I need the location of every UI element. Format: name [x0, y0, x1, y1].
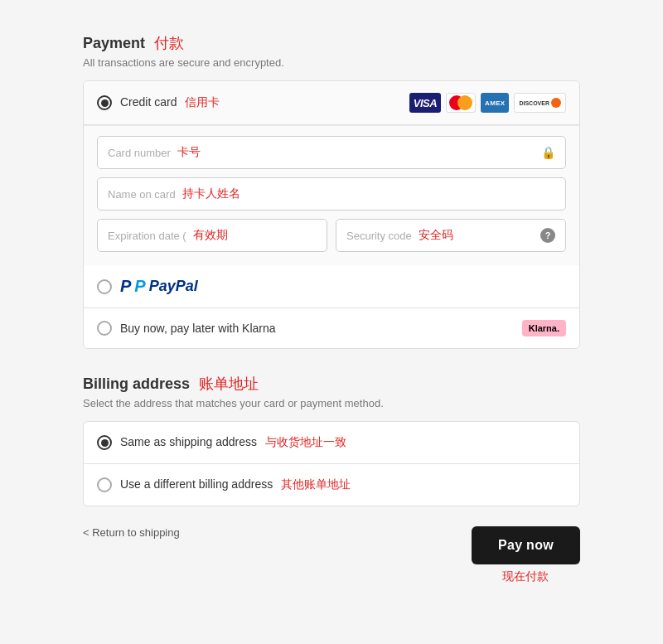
klarna-label: Buy now, pay later with Klarna [120, 322, 276, 335]
same-shipping-radio[interactable] [97, 435, 112, 450]
security-code-field[interactable]: Security code 安全码 ? [336, 219, 566, 252]
discover-logo: DISCOVER [514, 93, 566, 113]
name-chinese: 持卡人姓名 [182, 186, 240, 201]
amex-logo: AMEX [481, 93, 509, 113]
different-billing-radio[interactable] [97, 477, 112, 492]
payment-section: Payment 付款 All transactions are secure a… [83, 33, 580, 349]
return-to-shipping-link[interactable]: < Return to shipping [83, 526, 180, 539]
mastercard-logo [446, 93, 476, 113]
card-number-field[interactable]: Card number 卡号 🔒 [97, 136, 566, 169]
paypal-radio[interactable] [97, 279, 112, 294]
card-number-chinese: 卡号 [177, 145, 201, 160]
paypal-logo: PP PayPal [120, 277, 198, 296]
name-placeholder: Name on card [108, 188, 176, 201]
footer-row: < Return to shipping Pay now 现在付款 [83, 526, 580, 584]
billing-title-zh: 账单地址 [199, 375, 259, 392]
billing-title: Billing address 账单地址 [83, 374, 580, 394]
klarna-option[interactable]: Buy now, pay later with Klarna Klarna. [84, 308, 579, 348]
billing-title-en: Billing address [83, 375, 190, 392]
paypal-option[interactable]: PP PayPal [84, 265, 579, 308]
name-on-card-field[interactable]: Name on card 持卡人姓名 [97, 177, 566, 211]
klarna-radio[interactable] [97, 321, 112, 336]
billing-subtitle: Select the address that matches your car… [83, 397, 580, 409]
security-chinese: 安全码 [419, 228, 453, 243]
same-shipping-label: Same as shipping address 与收货地址一致 [120, 435, 346, 450]
security-help-icon[interactable]: ? [540, 228, 555, 243]
different-billing-label: Use a different billing address 其他账单地址 [120, 477, 351, 492]
payment-box: Credit card 信用卡 VISA AMEX DISCOVER [83, 80, 580, 349]
lock-icon: 🔒 [541, 146, 555, 159]
payment-title-zh: 付款 [154, 35, 184, 51]
different-billing-option[interactable]: Use a different billing address 其他账单地址 [84, 464, 579, 506]
pay-now-button[interactable]: Pay now [472, 526, 580, 564]
card-number-placeholder: Card number [108, 147, 171, 159]
visa-logo: VISA [409, 93, 441, 113]
expiration-field[interactable]: Expiration date ( 有效期 [97, 219, 327, 252]
pay-now-chinese: 现在付款 [502, 569, 549, 584]
expiry-security-row: Expiration date ( 有效期 Security code 安全码 … [97, 219, 566, 252]
credit-card-option[interactable]: Credit card 信用卡 VISA AMEX DISCOVER [84, 81, 579, 125]
billing-options: Same as shipping address 与收货地址一致 Use a d… [83, 421, 580, 506]
payment-subtitle: All transactions are secure and encrypte… [83, 56, 580, 69]
payment-title-en: Payment [83, 35, 145, 51]
card-logos: VISA AMEX DISCOVER [409, 93, 566, 113]
page-container: Payment 付款 All transactions are secure a… [17, 17, 646, 644]
billing-section: Billing address 账单地址 Select the address … [83, 374, 580, 506]
credit-card-label: Credit card 信用卡 [120, 95, 220, 110]
credit-card-fields: Card number 卡号 🔒 Name on card 持卡人姓名 Expi… [84, 125, 579, 265]
pay-now-section: Pay now 现在付款 [472, 526, 580, 584]
payment-title: Payment 付款 [83, 33, 580, 53]
expiry-chinese: 有效期 [193, 228, 228, 243]
credit-card-radio[interactable] [97, 95, 112, 110]
security-placeholder: Security code [346, 230, 412, 242]
same-as-shipping-option[interactable]: Same as shipping address 与收货地址一致 [84, 422, 579, 464]
expiry-placeholder: Expiration date ( [108, 230, 186, 242]
return-link-text: < Return to shipping [83, 526, 180, 539]
klarna-badge: Klarna. [522, 320, 566, 337]
